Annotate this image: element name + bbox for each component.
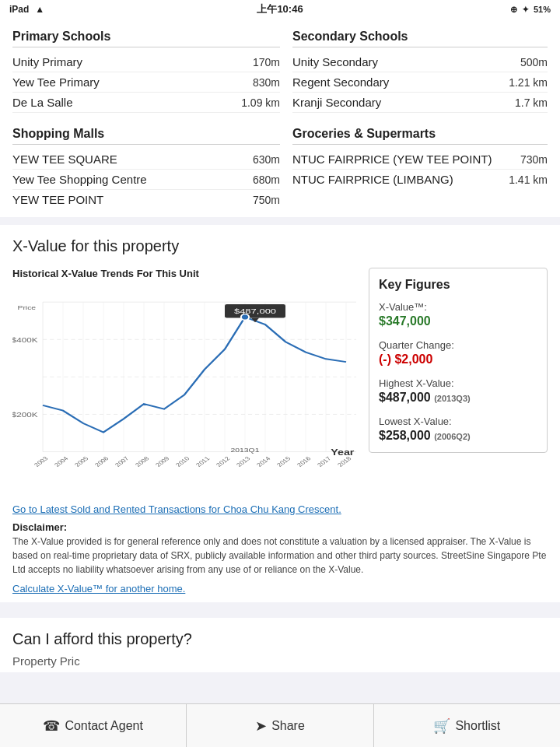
status-time: 上午10:46 — [257, 2, 303, 16]
primary-school-dist-0: 170m — [253, 56, 280, 68]
bottom-bar: ☎ Contact Agent ➤ Share 🛒 Shortlist — [0, 703, 560, 727]
share-icon: ➤ — [255, 717, 267, 727]
secondary-schools-col: Secondary Schools Unity Secondary 500m R… — [280, 30, 548, 209]
primary-school-item-0: Unity Primary 170m — [12, 52, 280, 72]
chart-svg: $400K $200K Price — [12, 287, 356, 482]
svg-text:2004: 2004 — [53, 455, 70, 468]
svg-text:$400K: $400K — [12, 336, 38, 343]
secondary-school-item-2: Kranji Secondary 1.7 km — [292, 93, 548, 113]
mall-item-0: YEW TEE SQUARE 630m — [12, 149, 280, 170]
kf-highest-row: Highest X-Value: $487,000 (2013Q3) — [379, 377, 537, 405]
kf-lowest-row: Lowest X-Value: $258,000 (2006Q2) — [379, 416, 537, 443]
kf-lowest-value: $258,000 (2006Q2) — [379, 429, 537, 443]
svg-text:2016: 2016 — [296, 455, 313, 468]
svg-text:2011: 2011 — [194, 455, 212, 468]
primary-schools-title: Primary Schools — [12, 30, 280, 47]
svg-text:$200K: $200K — [12, 412, 38, 419]
secondary-school-name-0: Unity Secondary — [292, 55, 520, 68]
key-figures-box: Key Figures X-Value™: $347,000 Quarter C… — [369, 268, 548, 453]
grocery-dist-1: 1.41 km — [509, 174, 548, 186]
afford-section: Can I afford this property? Property Pri… — [0, 618, 560, 672]
grocery-item-1: NTUC FAIRPRICE (LIMBANG) 1.41 km — [292, 170, 548, 189]
share-button[interactable]: ➤ Share — [187, 704, 373, 727]
grocery-name-0: NTUC FAIRPRICE (YEW TEE POINT) — [292, 153, 520, 166]
shopping-malls-title: Shopping Malls — [12, 127, 280, 145]
mall-item-1: Yew Tee Shopping Centre 680m — [12, 170, 280, 190]
svg-text:2009: 2009 — [154, 455, 171, 468]
chart-container: Historical X-Value Trends For This Unit … — [12, 268, 356, 482]
svg-text:2012: 2012 — [215, 455, 232, 468]
kf-xvalue-row: X-Value™: $347,000 — [379, 301, 537, 328]
xvalue-section-title: X-Value for this property — [12, 237, 548, 255]
xvalue-section: X-Value for this property Historical X-V… — [0, 225, 560, 494]
secondary-school-name-2: Kranji Secondary — [292, 96, 515, 109]
svg-text:2006: 2006 — [93, 455, 110, 468]
primary-school-name-2: De La Salle — [12, 96, 241, 109]
contact-agent-button[interactable]: ☎ Contact Agent — [0, 704, 187, 727]
bluetooth-icon: ✦ — [522, 5, 529, 15]
grocery-name-1: NTUC FAIRPRICE (LIMBANG) — [292, 173, 509, 186]
battery-indicator: 51% — [534, 5, 551, 14]
svg-text:2005: 2005 — [73, 455, 90, 468]
phone-icon: ☎ — [43, 717, 60, 727]
secondary-school-dist-1: 1.21 km — [509, 76, 548, 89]
grocery-item-0: NTUC FAIRPRICE (YEW TEE POINT) 730m — [292, 149, 548, 170]
kf-xvalue-label: X-Value™: — [379, 301, 537, 313]
primary-schools-col: Primary Schools Unity Primary 170m Yew T… — [12, 30, 280, 209]
mall-dist-1: 680m — [253, 174, 280, 186]
primary-school-dist-1: 830m — [253, 76, 280, 89]
property-price-label: Property Pric — [12, 654, 548, 668]
ipad-label: iPad — [9, 4, 29, 15]
nearby-grid: Primary Schools Unity Primary 170m Yew T… — [12, 30, 548, 209]
status-left: iPad ▲ — [9, 4, 44, 15]
svg-text:2014: 2014 — [255, 455, 272, 468]
secondary-school-item-1: Regent Secondary 1.21 km — [292, 72, 548, 93]
kf-xvalue-value: $347,000 — [379, 314, 537, 328]
mall-name-0: YEW TEE SQUARE — [12, 153, 253, 166]
link-section: Go to Latest Sold and Rented Transaction… — [0, 494, 560, 602]
svg-text:2007: 2007 — [114, 455, 131, 468]
section-divider-2 — [0, 602, 560, 610]
kf-lowest-label: Lowest X-Value: — [379, 416, 537, 427]
secondary-school-dist-2: 1.7 km — [515, 96, 548, 109]
svg-point-27 — [241, 314, 249, 321]
shortlist-button[interactable]: 🛒 Shortlist — [374, 704, 560, 727]
disclaimer-title: Disclaimer: — [12, 521, 67, 533]
svg-text:2010: 2010 — [174, 455, 191, 468]
mall-name-1: Yew Tee Shopping Centre — [12, 173, 253, 186]
shortlist-label: Shortlist — [455, 719, 500, 727]
svg-text:2013: 2013 — [235, 455, 252, 468]
svg-text:2013Q1: 2013Q1 — [231, 447, 260, 453]
primary-school-dist-2: 1.09 km — [241, 96, 280, 109]
primary-school-item-2: De La Salle 1.09 km — [12, 93, 280, 113]
key-figures-title: Key Figures — [379, 278, 537, 292]
status-bar: iPad ▲ 上午10:46 ⊕ ✦ 51% — [0, 0, 560, 19]
svg-text:$487,000: $487,000 — [234, 307, 276, 314]
groceries-title: Groceries & Supermarts — [292, 127, 548, 145]
secondary-school-item-0: Unity Secondary 500m — [292, 52, 548, 72]
afford-title: Can I afford this property? — [12, 630, 548, 648]
chart-title: Historical X-Value Trends For This Unit — [12, 268, 356, 281]
kf-quarter-label: Quarter Change: — [379, 339, 537, 351]
wifi-icon: ▲ — [35, 4, 44, 15]
primary-school-name-0: Unity Primary — [12, 55, 253, 68]
transaction-link[interactable]: Go to Latest Sold and Rented Transaction… — [12, 503, 341, 515]
chart-wrap: $400K $200K Price — [12, 287, 356, 482]
disclaimer-text: The X-Value provided is for general refe… — [12, 535, 548, 577]
contact-agent-label: Contact Agent — [65, 719, 143, 727]
mall-name-2: YEW TEE POINT — [12, 193, 253, 206]
kf-quarter-value: (-) $2,000 — [379, 352, 537, 366]
kf-quarter-row: Quarter Change: (-) $2,000 — [379, 339, 537, 366]
secondary-school-dist-0: 500m — [520, 56, 548, 68]
shortlist-icon: 🛒 — [433, 717, 450, 727]
share-label: Share — [271, 719, 305, 727]
calc-link[interactable]: Calculate X-Value™ for another home. — [12, 583, 548, 594]
svg-text:Year: Year — [331, 448, 354, 458]
section-divider-1 — [0, 217, 560, 225]
grocery-dist-0: 730m — [520, 153, 548, 166]
primary-school-item-1: Yew Tee Primary 830m — [12, 72, 280, 93]
kf-highest-label: Highest X-Value: — [379, 377, 537, 389]
svg-text:Price: Price — [18, 304, 37, 310]
mall-dist-0: 630m — [253, 153, 280, 166]
secondary-school-name-1: Regent Secondary — [292, 75, 509, 89]
